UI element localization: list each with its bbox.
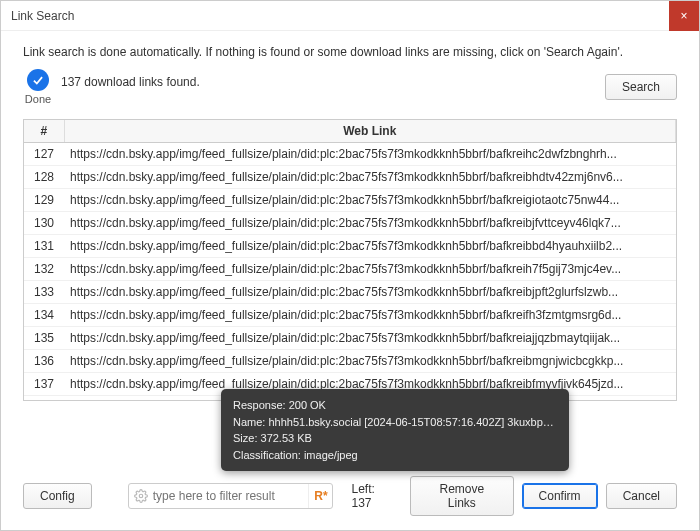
window-title: Link Search <box>11 9 669 23</box>
row-number: 134 <box>24 304 64 327</box>
table-row[interactable]: 136https://cdn.bsky.app/img/feed_fullsiz… <box>24 350 676 373</box>
tooltip-response: Response: 200 OK <box>233 397 557 414</box>
row-url: https://cdn.bsky.app/img/feed_fullsize/p… <box>64 350 676 373</box>
tooltip-classification: Classification: image/jpeg <box>233 447 557 464</box>
column-header-weblink[interactable]: Web Link <box>64 120 676 143</box>
table-row[interactable]: 127https://cdn.bsky.app/img/feed_fullsiz… <box>24 143 676 166</box>
search-button[interactable]: Search <box>605 74 677 100</box>
row-number: 132 <box>24 258 64 281</box>
status-indicator: Done <box>23 69 53 105</box>
row-number: 130 <box>24 212 64 235</box>
table-row[interactable]: 128https://cdn.bsky.app/img/feed_fullsiz… <box>24 166 676 189</box>
row-number: 135 <box>24 327 64 350</box>
row-url: https://cdn.bsky.app/img/feed_fullsize/p… <box>64 235 676 258</box>
table-body: 127https://cdn.bsky.app/img/feed_fullsiz… <box>24 143 676 397</box>
confirm-button[interactable]: Confirm <box>522 483 598 509</box>
table-row[interactable]: 130https://cdn.bsky.app/img/feed_fullsiz… <box>24 212 676 235</box>
close-icon: × <box>680 9 687 23</box>
row-url: https://cdn.bsky.app/img/feed_fullsize/p… <box>64 258 676 281</box>
links-table: # Web Link 127https://cdn.bsky.app/img/f… <box>24 120 676 397</box>
table-row[interactable]: 133https://cdn.bsky.app/img/feed_fullsiz… <box>24 281 676 304</box>
row-number: 131 <box>24 235 64 258</box>
table-row[interactable]: 129https://cdn.bsky.app/img/feed_fullsiz… <box>24 189 676 212</box>
row-number: 137 <box>24 373 64 396</box>
links-found-text: 137 download links found. <box>61 75 200 89</box>
table-row[interactable]: 134https://cdn.bsky.app/img/feed_fullsiz… <box>24 304 676 327</box>
row-number: 136 <box>24 350 64 373</box>
table-row[interactable]: 132https://cdn.bsky.app/img/feed_fullsiz… <box>24 258 676 281</box>
remove-links-button[interactable]: Remove Links <box>410 476 513 516</box>
svg-point-0 <box>139 494 143 498</box>
checkmark-icon <box>27 69 49 91</box>
regex-toggle[interactable]: R* <box>308 484 332 508</box>
row-url: https://cdn.bsky.app/img/feed_fullsize/p… <box>64 304 676 327</box>
table-row[interactable]: 135https://cdn.bsky.app/img/feed_fullsiz… <box>24 327 676 350</box>
row-number: 127 <box>24 143 64 166</box>
link-tooltip: Response: 200 OK Name: hhhh51.bsky.socia… <box>221 389 569 471</box>
filter-box: R* <box>128 483 334 509</box>
table-row[interactable]: 131https://cdn.bsky.app/img/feed_fullsiz… <box>24 235 676 258</box>
row-url: https://cdn.bsky.app/img/feed_fullsize/p… <box>64 281 676 304</box>
status-row: Done 137 download links found. Search <box>1 69 699 113</box>
row-number: 133 <box>24 281 64 304</box>
left-count: Left: 137 <box>351 482 394 510</box>
footer: Config R* Left: 137 Remove Links Confirm… <box>1 466 699 530</box>
gear-icon[interactable] <box>129 489 153 503</box>
done-label: Done <box>25 93 51 105</box>
tooltip-name: Name: hhhh51.bsky.social [2024-06-15T08:… <box>233 414 557 431</box>
titlebar: Link Search × <box>1 1 699 31</box>
row-number: 128 <box>24 166 64 189</box>
row-number: 129 <box>24 189 64 212</box>
row-url: https://cdn.bsky.app/img/feed_fullsize/p… <box>64 166 676 189</box>
config-button[interactable]: Config <box>23 483 92 509</box>
row-url: https://cdn.bsky.app/img/feed_fullsize/p… <box>64 189 676 212</box>
cancel-button[interactable]: Cancel <box>606 483 677 509</box>
links-table-container: # Web Link 127https://cdn.bsky.app/img/f… <box>23 119 677 401</box>
filter-input[interactable] <box>153 484 309 508</box>
info-text: Link search is done automatically. If no… <box>1 31 699 69</box>
row-url: https://cdn.bsky.app/img/feed_fullsize/p… <box>64 327 676 350</box>
tooltip-size: Size: 372.53 KB <box>233 430 557 447</box>
column-header-number[interactable]: # <box>24 120 64 143</box>
close-button[interactable]: × <box>669 1 699 31</box>
link-search-window: Link Search × Link search is done automa… <box>0 0 700 531</box>
row-url: https://cdn.bsky.app/img/feed_fullsize/p… <box>64 212 676 235</box>
row-url: https://cdn.bsky.app/img/feed_fullsize/p… <box>64 143 676 166</box>
